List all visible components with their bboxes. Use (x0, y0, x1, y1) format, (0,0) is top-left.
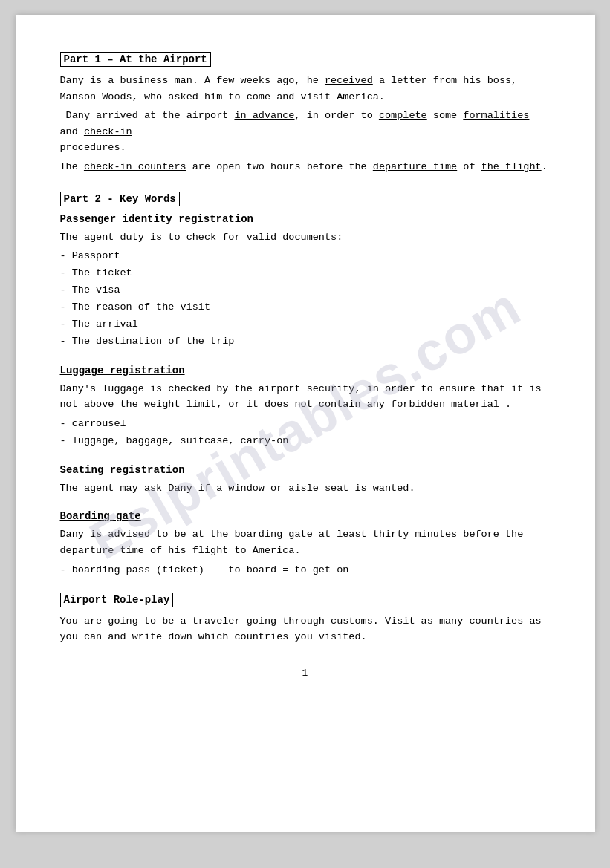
list-item: - The visa (60, 282, 551, 299)
list-item: - boarding pass (ticket) to board = to g… (60, 562, 551, 579)
roleplay-paragraph: You are going to be a traveler going thr… (60, 613, 551, 645)
boarding-subsection: Boarding gate Dany is advised to be at t… (60, 509, 551, 578)
formalities-underline: formalities (463, 110, 529, 121)
luggage-title: Luggage registration (60, 365, 185, 376)
roleplay-subsection: Airport Role-play You are going to be a … (60, 593, 551, 645)
roleplay-title: Airport Role-play (60, 593, 174, 607)
luggage-paragraph: Dany's luggage is checked by the airport… (60, 381, 551, 413)
passenger-identity-intro: The agent duty is to check for valid doc… (60, 229, 551, 246)
checkin-counters-underline: check-in counters (84, 161, 186, 172)
list-item: - The arrival (60, 316, 551, 333)
the-flight-underline: the flight (481, 161, 542, 172)
boarding-paragraph: Dany is advised to be at the boarding ga… (60, 526, 551, 558)
seating-paragraph: The agent may ask Dany if a window or ai… (60, 480, 551, 497)
luggage-subsection: Luggage registration Dany's luggage is c… (60, 364, 551, 450)
boarding-title: Boarding gate (60, 510, 141, 522)
seating-title: Seating registration (60, 464, 185, 476)
part1-paragraph3: The check-in counters are open two hours… (60, 159, 551, 175)
boarding-items: - boarding pass (ticket) to board = to g… (60, 562, 551, 579)
page-number: 1 (60, 668, 551, 679)
in-advance-underline: in advance (234, 110, 294, 121)
content: Part 1 – At the Airport Dany is a busine… (60, 52, 551, 679)
part1-paragraph1: Dany is a business man. A few weeks ago,… (60, 73, 551, 105)
passenger-identity-title: Passenger identity registration (60, 213, 253, 225)
list-item: - The reason of the visit (60, 299, 551, 316)
page: Eslprintables.com Part 1 – At the Airpor… (16, 15, 595, 832)
list-item: - The destination of the trip (60, 333, 551, 350)
part1-section: Part 1 – At the Airport Dany is a busine… (60, 52, 551, 175)
seating-subsection: Seating registration The agent may ask D… (60, 463, 551, 497)
list-item: - luggage, baggage, suitcase, carry-on (60, 433, 551, 450)
passenger-identity-items: - Passport - The ticket - The visa - The… (60, 248, 551, 350)
list-item: - carrousel (60, 416, 551, 433)
luggage-items: - carrousel - luggage, baggage, suitcase… (60, 416, 551, 450)
advised-underline: advised (108, 529, 150, 540)
list-item: - The ticket (60, 265, 551, 282)
part1-title: Part 1 – At the Airport (60, 52, 211, 67)
list-item: - Passport (60, 248, 551, 265)
departure-time-underline: departure time (373, 161, 457, 172)
complete-underline: complete (379, 110, 427, 121)
part2-title: Part 2 - Key Words (60, 192, 180, 206)
passenger-identity-subsection: Passenger identity registration The agen… (60, 212, 551, 350)
checkin-procedures-underline: check-inprocedures (60, 126, 132, 154)
part1-paragraph2: Dany arrived at the airport in advance, … (60, 108, 551, 156)
part2-section: Part 2 - Key Words Passenger identity re… (60, 192, 551, 645)
received-underline: received (325, 75, 373, 86)
